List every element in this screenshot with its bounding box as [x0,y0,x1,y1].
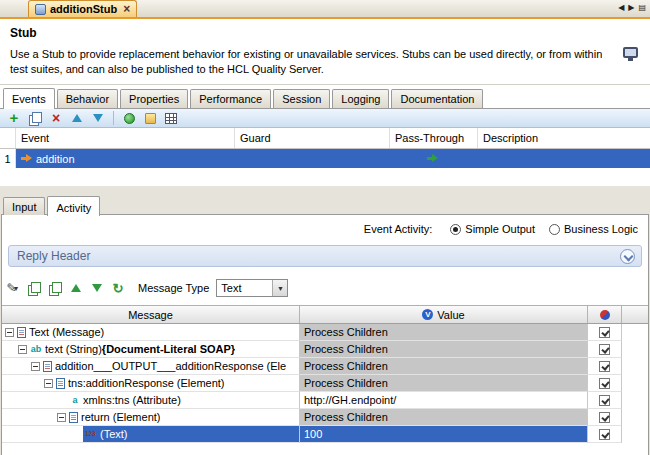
close-tab-icon[interactable]: × [123,4,130,14]
tab-logging[interactable]: Logging [332,89,389,108]
field-actions-column-header[interactable] [588,306,622,323]
row-filler [622,392,648,409]
copy-event-icon[interactable] [28,111,42,125]
message-cell[interactable]: return (Element) [2,409,300,426]
tree-row-addition-output[interactable]: addition___OUTPUT___additionResponse (El… [2,358,648,375]
add-event-icon[interactable]: + [7,111,21,125]
delete-event-icon[interactable]: × [49,111,63,125]
collapse-all-icon[interactable] [90,281,104,295]
maximize-view-icon[interactable]: ▤ [638,3,646,13]
tab-activity[interactable]: Activity [47,196,100,216]
section-title: Stub [10,26,640,40]
pass-through-column-header[interactable]: Pass-Through [390,128,478,148]
paste-message-icon[interactable] [48,281,62,295]
copy-message-icon[interactable] [27,281,41,295]
value-text: Process Children [304,343,388,355]
row-checkbox[interactable] [599,327,610,338]
event-row-addition[interactable]: 1 addition [0,149,650,168]
value-cell[interactable]: Process Children [300,358,588,375]
chevron-down-icon[interactable] [620,249,635,264]
description-column-header[interactable]: Description [478,128,650,148]
include-cell [588,392,622,409]
description-cell[interactable] [478,149,650,168]
tab-behavior[interactable]: Behavior [57,89,118,108]
row-checkbox[interactable] [599,361,610,372]
up-arrow-glyph [71,284,81,292]
radio-simple-output-button[interactable] [450,224,461,235]
events-toolbar: + × [0,109,650,128]
guard-column-header[interactable]: Guard [235,128,390,148]
message-cell[interactable]: tns:additionResponse (Element) [2,375,300,392]
value-cell[interactable]: http://GH.endpoint/ [300,392,588,409]
row-filler [622,324,648,341]
edit-message-icon[interactable]: ✎▼ [6,281,20,295]
message-column-header[interactable]: Message [2,306,300,323]
tab-input[interactable]: Input [3,197,45,215]
include-cell [588,375,622,392]
nav-forward-icon[interactable]: ▶ [628,3,634,13]
value-text: http://GH.endpoint/ [304,394,396,406]
collapse-icon[interactable] [44,379,53,388]
move-down-icon[interactable] [91,111,105,125]
row-checkbox[interactable] [599,344,610,355]
tree-row-text-message[interactable]: Text (Message) Process Children [2,324,648,341]
message-cell[interactable]: addition___OUTPUT___additionResponse (El… [2,358,300,375]
radio-simple-output[interactable]: Simple Output [450,223,535,235]
tab-session[interactable]: Session [273,89,330,108]
collapse-icon[interactable] [5,328,14,337]
tab-properties[interactable]: Properties [120,89,188,108]
stub-header-section: Stub Use a Stub to provide replacement b… [0,19,650,85]
move-up-icon[interactable] [70,111,84,125]
message-node-icon [17,327,26,338]
radio-business-logic[interactable]: Business Logic [549,223,638,235]
record-icon[interactable] [122,111,136,125]
value-cell[interactable]: Process Children [300,341,588,358]
tree-row-tns-additionresponse[interactable]: tns:additionResponse (Element) Process C… [2,375,648,392]
event-column-header[interactable]: Event [16,128,235,148]
message-cell[interactable]: (Text) [2,426,300,443]
reply-header-bar[interactable]: Reply Header [8,245,642,267]
tab-events[interactable]: Events [3,88,55,109]
refresh-icon[interactable]: ↻ [111,281,125,295]
stub-description-line1: Use a Stub to provide replacement behavi… [10,48,602,60]
message-cell[interactable]: Text (Message) [2,324,300,341]
indent [2,426,83,442]
row-checkbox[interactable] [599,429,610,440]
monitor-icon[interactable] [623,47,638,58]
guard-cell[interactable] [235,149,390,168]
message-cell[interactable]: text (String) {Document-Literal SOAP} [2,341,300,358]
editor-tab-additionstub[interactable]: additionStub × [28,0,137,17]
message-cell[interactable]: xmlns:tns (Attribute) [2,392,300,409]
row-checkbox[interactable] [599,412,610,423]
include-cell [588,409,622,426]
row-checkbox[interactable] [599,378,610,389]
nav-back-icon[interactable]: ◀ [618,3,624,13]
tree-row-xmlns-attribute[interactable]: xmlns:tns (Attribute) http://GH.endpoint… [2,392,648,409]
combo-dropdown-icon[interactable]: ▼ [272,280,287,296]
message-type-select[interactable]: Text ▼ [216,279,288,297]
radio-business-logic-button[interactable] [549,224,560,235]
toolbar-separator [113,111,114,125]
radio-business-logic-label: Business Logic [564,223,638,235]
value-cell[interactable]: Process Children [300,409,588,426]
collapse-icon[interactable] [57,413,66,422]
tree-row-text-string[interactable]: text (String) {Document-Literal SOAP} Pr… [2,341,648,358]
tree-row-return-element[interactable]: return (Element) Process Children [2,409,648,426]
tree-row-text-value[interactable]: (Text) 100 [2,426,648,443]
event-cell[interactable]: addition [16,149,235,168]
publish-icon[interactable] [143,111,157,125]
grid-view-icon[interactable] [164,111,178,125]
value-cell[interactable]: 100 [300,426,588,443]
collapse-icon[interactable] [18,345,27,354]
collapse-icon[interactable] [31,362,40,371]
value-cell[interactable]: Process Children [300,375,588,392]
tab-performance[interactable]: Performance [190,89,271,108]
value-column-header[interactable]: Value [300,306,588,323]
pass-through-cell[interactable] [390,149,478,168]
tab-documentation[interactable]: Documentation [391,89,483,108]
event-arrow-icon [21,154,32,163]
value-cell[interactable]: Process Children [300,324,588,341]
expand-all-icon[interactable] [69,281,83,295]
node-label-suffix: {Document-Literal SOAP} [102,343,235,355]
row-checkbox[interactable] [599,395,610,406]
